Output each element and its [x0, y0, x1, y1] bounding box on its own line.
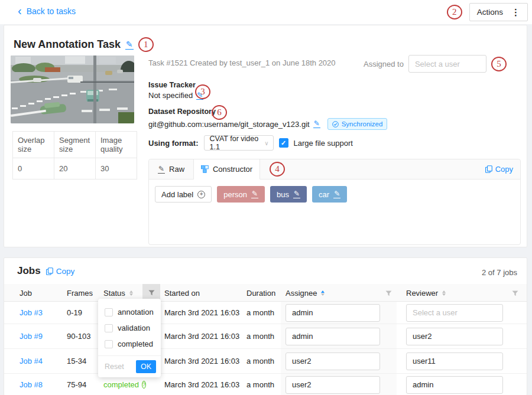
assignee-input[interactable]	[286, 304, 380, 322]
filter-reset-button[interactable]: Reset	[105, 363, 124, 371]
labels-editor-panel: ✎ Raw Constructor 4	[148, 159, 521, 245]
param-header-overlap: Overlap size	[13, 132, 54, 158]
repository-url: git@github.com:username/git_storage_v123…	[148, 120, 310, 129]
plus-circle-icon: +	[197, 191, 205, 198]
labels-list: Add label + person ✎ bus ✎ car ✎	[149, 179, 520, 209]
duration-cell: a month	[242, 357, 281, 365]
assignee-input[interactable]	[286, 328, 380, 345]
add-label-button-text: Add label	[161, 190, 193, 199]
column-assignee-label: Assignee	[286, 289, 317, 298]
param-value-quality: 30	[96, 158, 137, 179]
filter-checkbox-completed[interactable]	[105, 340, 113, 348]
job-link[interactable]: Job #9	[20, 332, 43, 341]
sync-status-badge: Synchronized	[327, 118, 388, 130]
copy-icon	[46, 267, 53, 275]
task-meta-text: Task #1521 Created by test_user_1 on Jun…	[148, 58, 336, 67]
column-assignee[interactable]: Assignee	[281, 289, 397, 298]
pencil-icon: ✎	[158, 165, 165, 174]
issue-tracker-value: Not specified	[148, 91, 193, 100]
column-job: Job	[20, 289, 67, 298]
more-vertical-icon: ⋮	[511, 7, 520, 18]
duration-cell: a month	[242, 380, 281, 389]
job-row: Job #3 0-19 March 3rd 2021 16:03 a month	[4, 302, 527, 324]
actions-button-label: Actions	[477, 8, 503, 17]
job-row: Job #8 75-94 completed ? March 3rd 2021 …	[4, 374, 527, 395]
labels-editor-tabbar: ✎ Raw Constructor 4	[149, 159, 520, 179]
build-blocks-icon	[201, 165, 209, 173]
filter-checkbox-annotation[interactable]	[105, 308, 113, 316]
task-params-table: Overlap size Segment size Image quality …	[12, 131, 137, 179]
using-format-label: Using format:	[148, 139, 199, 148]
label-chip-bus[interactable]: bus ✎	[270, 186, 307, 203]
duration-cell: a month	[242, 308, 281, 317]
job-link[interactable]: Job #3	[20, 308, 43, 317]
filter-option-completed[interactable]: completed	[98, 336, 161, 352]
tab-constructor[interactable]: Constructor	[194, 159, 260, 179]
reviewer-input[interactable]	[406, 376, 503, 394]
label-chip-car[interactable]: car ✎	[312, 186, 347, 203]
jobs-title: Jobs	[17, 265, 41, 277]
tab-constructor-label: Constructor	[213, 165, 252, 174]
column-reviewer[interactable]: Reviewer	[397, 289, 518, 298]
label-chip-bus-name: bus	[277, 190, 289, 199]
param-header-quality: Image quality	[96, 132, 137, 158]
filter-option-validation[interactable]: validation	[98, 320, 161, 336]
reviewer-input[interactable]	[406, 328, 503, 345]
column-status-label: Status	[103, 289, 125, 298]
jobs-table: Job Frames Status Started on Duration As…	[4, 284, 527, 395]
reviewer-input[interactable]	[406, 352, 503, 370]
jobs-count-text: 2 of 7 jobs	[482, 268, 517, 277]
filter-option-validation-label: validation	[118, 324, 150, 332]
copy-labels-link[interactable]: Copy	[485, 159, 520, 179]
edit-label-icon[interactable]: ✎	[251, 190, 258, 198]
started-cell: March 3rd 2021 16:03	[160, 332, 242, 341]
task-preview-image	[11, 56, 134, 123]
task-details-card: New Annotation Task ✎ 1	[4, 25, 527, 247]
filter-checkbox-validation[interactable]	[105, 324, 113, 332]
column-started-on: Started on	[160, 289, 242, 298]
edit-label-icon[interactable]: ✎	[333, 190, 340, 198]
copy-jobs-label: Copy	[56, 267, 75, 276]
sort-carets-icon	[442, 290, 446, 296]
label-chip-person[interactable]: person ✎	[217, 186, 265, 203]
reviewer-input[interactable]	[406, 304, 503, 322]
jobs-card: Jobs Copy 2 of 7 jobs Job Frames Status	[4, 257, 527, 395]
label-chip-person-name: person	[223, 190, 247, 199]
assigned-to-input[interactable]	[408, 55, 486, 73]
task-title: New Annotation Task	[14, 38, 121, 51]
edit-label-icon[interactable]: ✎	[293, 190, 300, 198]
large-file-support-label: Large file support	[294, 139, 353, 148]
large-file-support-checkbox[interactable]	[279, 138, 288, 148]
actions-button[interactable]: Actions ⋮	[469, 3, 528, 21]
filter-ok-button[interactable]: OK	[136, 360, 156, 373]
back-chevron-icon: ‹	[18, 6, 22, 15]
tab-raw[interactable]: ✎ Raw	[149, 159, 194, 179]
filter-funnel-icon	[385, 290, 392, 296]
copy-labels-label: Copy	[495, 165, 513, 174]
callout-1: 1	[138, 37, 154, 52]
assignee-input[interactable]	[286, 376, 380, 394]
question-circle-icon: ?	[142, 381, 146, 389]
column-reviewer-label: Reviewer	[406, 289, 438, 298]
assignee-input[interactable]	[286, 352, 380, 370]
edit-repository-icon[interactable]: ✎	[313, 120, 320, 128]
back-link-label: Back to tasks	[27, 6, 76, 16]
back-to-tasks-link[interactable]: ‹ Back to tasks	[18, 6, 76, 16]
job-link[interactable]: Job #4	[20, 357, 43, 365]
sort-carets-icon	[321, 290, 325, 296]
job-row: Job #4 15-34 March 3rd 2021 16:03 a mont…	[4, 349, 527, 374]
callout-2: 2	[447, 5, 462, 19]
edit-title-icon[interactable]: ✎	[125, 40, 134, 50]
filter-option-annotation[interactable]: annotation	[98, 304, 161, 320]
dataset-repository-label: Dataset Repository	[148, 107, 216, 116]
reviewer-filter-button[interactable]	[512, 289, 518, 298]
check-circle-icon	[332, 121, 339, 128]
column-status[interactable]: Status	[103, 289, 142, 298]
copy-icon	[485, 165, 492, 173]
add-label-button[interactable]: Add label +	[155, 186, 212, 203]
job-link[interactable]: Job #8	[20, 380, 43, 389]
format-select[interactable]: CVAT for video 1.1 ∨	[204, 135, 274, 151]
jobs-table-header: Job Frames Status Started on Duration As…	[4, 284, 527, 302]
assignee-filter-button[interactable]	[385, 289, 392, 298]
copy-jobs-link[interactable]: Copy	[46, 267, 75, 276]
